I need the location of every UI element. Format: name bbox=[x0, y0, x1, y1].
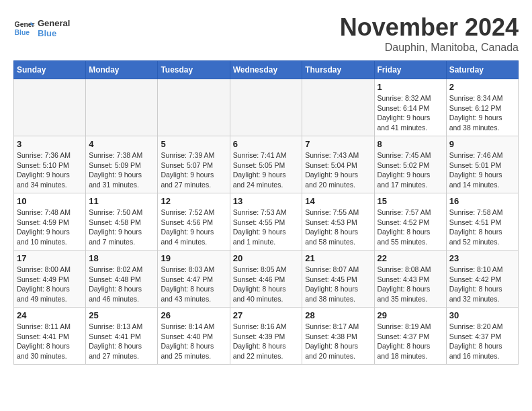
calendar-cell: 22Sunrise: 8:08 AM Sunset: 4:43 PM Dayli… bbox=[374, 250, 446, 308]
location-title: Dauphin, Manitoba, Canada bbox=[340, 42, 519, 54]
day-info: Sunrise: 8:08 AM Sunset: 4:43 PM Dayligh… bbox=[378, 265, 443, 304]
calendar-week-1: 1Sunrise: 8:32 AM Sunset: 6:14 PM Daylig… bbox=[14, 79, 519, 136]
day-number: 4 bbox=[89, 139, 154, 149]
day-number: 5 bbox=[161, 139, 226, 149]
calendar-cell: 19Sunrise: 8:03 AM Sunset: 4:47 PM Dayli… bbox=[158, 250, 230, 308]
page-header: General Blue General Blue November 2024 … bbox=[13, 13, 519, 54]
day-number: 29 bbox=[378, 310, 443, 320]
calendar-cell: 23Sunrise: 8:10 AM Sunset: 4:42 PM Dayli… bbox=[446, 250, 518, 308]
day-number: 24 bbox=[17, 310, 83, 320]
calendar-cell: 3Sunrise: 7:36 AM Sunset: 5:10 PM Daylig… bbox=[14, 136, 86, 193]
day-info: Sunrise: 8:05 AM Sunset: 4:46 PM Dayligh… bbox=[233, 265, 300, 304]
calendar-cell bbox=[302, 79, 374, 136]
calendar-cell: 6Sunrise: 7:41 AM Sunset: 5:05 PM Daylig… bbox=[230, 136, 302, 193]
weekday-header-friday: Friday bbox=[374, 61, 446, 79]
day-number: 22 bbox=[378, 253, 443, 263]
calendar-cell: 14Sunrise: 7:55 AM Sunset: 4:53 PM Dayli… bbox=[302, 193, 374, 250]
day-number: 1 bbox=[378, 82, 443, 92]
calendar-cell: 7Sunrise: 7:43 AM Sunset: 5:04 PM Daylig… bbox=[302, 136, 374, 193]
weekday-header-tuesday: Tuesday bbox=[158, 61, 230, 79]
calendar-cell bbox=[14, 79, 86, 136]
calendar-header-row: SundayMondayTuesdayWednesdayThursdayFrid… bbox=[14, 61, 519, 79]
calendar-cell bbox=[230, 79, 302, 136]
day-number: 26 bbox=[161, 310, 226, 320]
day-number: 20 bbox=[233, 253, 300, 263]
day-number: 2 bbox=[449, 82, 515, 92]
day-info: Sunrise: 7:46 AM Sunset: 5:01 PM Dayligh… bbox=[449, 150, 515, 190]
day-info: Sunrise: 8:32 AM Sunset: 6:14 PM Dayligh… bbox=[378, 93, 443, 133]
calendar-cell: 9Sunrise: 7:46 AM Sunset: 5:01 PM Daylig… bbox=[446, 136, 518, 193]
calendar-cell: 11Sunrise: 7:50 AM Sunset: 4:58 PM Dayli… bbox=[86, 193, 158, 250]
day-number: 9 bbox=[449, 139, 515, 149]
day-info: Sunrise: 8:14 AM Sunset: 4:40 PM Dayligh… bbox=[161, 322, 226, 361]
day-number: 13 bbox=[233, 196, 300, 206]
calendar-cell: 17Sunrise: 8:00 AM Sunset: 4:49 PM Dayli… bbox=[14, 250, 86, 308]
day-info: Sunrise: 7:53 AM Sunset: 4:55 PM Dayligh… bbox=[233, 208, 300, 247]
calendar-cell: 30Sunrise: 8:20 AM Sunset: 4:37 PM Dayli… bbox=[446, 308, 518, 365]
day-info: Sunrise: 7:52 AM Sunset: 4:56 PM Dayligh… bbox=[161, 208, 226, 247]
calendar-cell: 12Sunrise: 7:52 AM Sunset: 4:56 PM Dayli… bbox=[158, 193, 230, 250]
day-number: 18 bbox=[89, 253, 154, 263]
calendar-cell: 15Sunrise: 7:57 AM Sunset: 4:52 PM Dayli… bbox=[374, 193, 446, 250]
day-info: Sunrise: 7:43 AM Sunset: 5:04 PM Dayligh… bbox=[305, 150, 371, 190]
calendar-cell: 16Sunrise: 7:58 AM Sunset: 4:51 PM Dayli… bbox=[446, 193, 518, 250]
weekday-header-monday: Monday bbox=[86, 61, 158, 79]
month-title: November 2024 bbox=[340, 13, 519, 42]
calendar-week-3: 10Sunrise: 7:48 AM Sunset: 4:59 PM Dayli… bbox=[14, 193, 519, 250]
calendar-cell: 20Sunrise: 8:05 AM Sunset: 4:46 PM Dayli… bbox=[230, 250, 302, 308]
day-info: Sunrise: 7:36 AM Sunset: 5:10 PM Dayligh… bbox=[17, 150, 83, 190]
day-info: Sunrise: 8:03 AM Sunset: 4:47 PM Dayligh… bbox=[161, 265, 226, 304]
day-info: Sunrise: 8:02 AM Sunset: 4:48 PM Dayligh… bbox=[89, 265, 154, 304]
day-number: 12 bbox=[161, 196, 226, 206]
day-info: Sunrise: 8:34 AM Sunset: 6:12 PM Dayligh… bbox=[449, 93, 515, 133]
day-number: 19 bbox=[161, 253, 226, 263]
calendar-cell: 10Sunrise: 7:48 AM Sunset: 4:59 PM Dayli… bbox=[14, 193, 86, 250]
calendar-cell: 8Sunrise: 7:45 AM Sunset: 5:02 PM Daylig… bbox=[374, 136, 446, 193]
day-info: Sunrise: 8:10 AM Sunset: 4:42 PM Dayligh… bbox=[449, 265, 515, 304]
day-number: 25 bbox=[89, 310, 154, 320]
day-number: 11 bbox=[89, 196, 154, 206]
day-info: Sunrise: 7:45 AM Sunset: 5:02 PM Dayligh… bbox=[378, 150, 443, 190]
weekday-header-wednesday: Wednesday bbox=[230, 61, 302, 79]
calendar-week-4: 17Sunrise: 8:00 AM Sunset: 4:49 PM Dayli… bbox=[14, 250, 519, 308]
calendar-table: SundayMondayTuesdayWednesdayThursdayFrid… bbox=[13, 60, 519, 365]
calendar-cell: 13Sunrise: 7:53 AM Sunset: 4:55 PM Dayli… bbox=[230, 193, 302, 250]
day-number: 21 bbox=[305, 253, 371, 263]
day-info: Sunrise: 8:00 AM Sunset: 4:49 PM Dayligh… bbox=[17, 265, 83, 304]
day-info: Sunrise: 7:39 AM Sunset: 5:07 PM Dayligh… bbox=[161, 150, 226, 190]
weekday-header-saturday: Saturday bbox=[446, 61, 518, 79]
calendar-cell bbox=[158, 79, 230, 136]
calendar-week-2: 3Sunrise: 7:36 AM Sunset: 5:10 PM Daylig… bbox=[14, 136, 519, 193]
svg-text:Blue: Blue bbox=[15, 29, 30, 36]
day-number: 14 bbox=[305, 196, 371, 206]
day-info: Sunrise: 7:38 AM Sunset: 5:09 PM Dayligh… bbox=[89, 150, 154, 190]
weekday-header-thursday: Thursday bbox=[302, 61, 374, 79]
calendar-cell: 18Sunrise: 8:02 AM Sunset: 4:48 PM Dayli… bbox=[86, 250, 158, 308]
calendar-week-5: 24Sunrise: 8:11 AM Sunset: 4:41 PM Dayli… bbox=[14, 308, 519, 365]
logo: General Blue General Blue bbox=[13, 17, 70, 39]
day-info: Sunrise: 8:07 AM Sunset: 4:45 PM Dayligh… bbox=[305, 265, 371, 304]
day-number: 8 bbox=[378, 139, 443, 149]
day-number: 6 bbox=[233, 139, 300, 149]
day-info: Sunrise: 8:11 AM Sunset: 4:41 PM Dayligh… bbox=[17, 322, 83, 361]
calendar-cell: 28Sunrise: 8:17 AM Sunset: 4:38 PM Dayli… bbox=[302, 308, 374, 365]
calendar-cell: 25Sunrise: 8:13 AM Sunset: 4:41 PM Dayli… bbox=[86, 308, 158, 365]
day-number: 7 bbox=[305, 139, 371, 149]
calendar-cell: 21Sunrise: 8:07 AM Sunset: 4:45 PM Dayli… bbox=[302, 250, 374, 308]
logo-text-blue: Blue bbox=[38, 28, 70, 38]
day-info: Sunrise: 8:17 AM Sunset: 4:38 PM Dayligh… bbox=[305, 322, 371, 361]
day-info: Sunrise: 7:57 AM Sunset: 4:52 PM Dayligh… bbox=[378, 208, 443, 247]
day-number: 28 bbox=[305, 310, 371, 320]
day-number: 27 bbox=[233, 310, 300, 320]
day-number: 15 bbox=[378, 196, 443, 206]
day-info: Sunrise: 7:55 AM Sunset: 4:53 PM Dayligh… bbox=[305, 208, 371, 247]
calendar-cell: 24Sunrise: 8:11 AM Sunset: 4:41 PM Dayli… bbox=[14, 308, 86, 365]
day-number: 23 bbox=[449, 253, 515, 263]
day-info: Sunrise: 7:50 AM Sunset: 4:58 PM Dayligh… bbox=[89, 208, 154, 247]
day-info: Sunrise: 8:20 AM Sunset: 4:37 PM Dayligh… bbox=[449, 322, 515, 361]
day-number: 3 bbox=[17, 139, 83, 149]
day-info: Sunrise: 7:48 AM Sunset: 4:59 PM Dayligh… bbox=[17, 208, 83, 247]
logo-text-general: General bbox=[38, 18, 70, 28]
day-number: 16 bbox=[449, 196, 515, 206]
calendar-cell: 27Sunrise: 8:16 AM Sunset: 4:39 PM Dayli… bbox=[230, 308, 302, 365]
